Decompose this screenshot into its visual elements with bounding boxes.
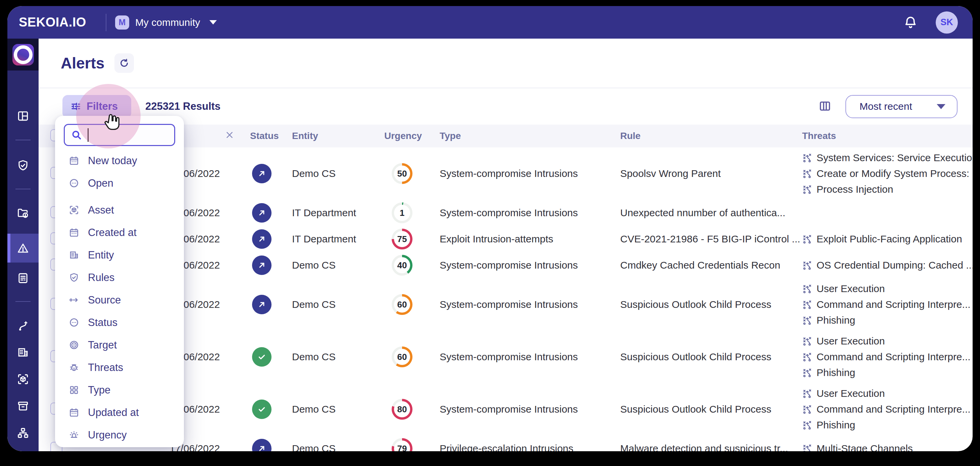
filter-menu-item-new-today[interactable]: New today <box>55 149 184 172</box>
filter-menu-item-asset[interactable]: Asset <box>55 199 184 221</box>
shield-check-icon <box>17 159 29 172</box>
cable-icon <box>17 320 29 332</box>
arrow-up-right-icon <box>257 260 266 270</box>
user-avatar[interactable]: SK <box>936 11 958 34</box>
search-icon <box>71 129 82 140</box>
filter-menu-item-status[interactable]: Status <box>55 311 184 334</box>
filter-menu-item-threats[interactable]: Threats <box>55 356 184 379</box>
threat-item[interactable]: Command and Scripting Interpre... <box>802 299 973 310</box>
filter-menu-item-urgency[interactable]: Urgency <box>55 424 184 446</box>
sidebar-item-intakes[interactable] <box>7 314 38 338</box>
arrow-up-right-icon <box>257 300 266 309</box>
sidebar-item-assets[interactable] <box>7 367 38 391</box>
alert-type: System-compromise Intrusions <box>440 404 620 415</box>
calendar-icon <box>69 155 79 166</box>
archive-icon <box>17 400 29 412</box>
sidebar-item-events[interactable] <box>7 266 38 290</box>
filter-menu-item-label: New today <box>88 155 137 167</box>
arrow-from-dot-icon <box>69 295 79 305</box>
urgency-badge: 79 <box>392 438 412 451</box>
siren-icon <box>69 430 79 440</box>
filter-menu-item-rules[interactable]: Rules <box>55 266 184 289</box>
column-header-threats: Threats <box>802 131 973 141</box>
threat-label: Create or Modify System Process: ... <box>816 168 973 179</box>
threat-item[interactable]: Process Injection <box>802 184 973 195</box>
status-badge-in-progress <box>252 229 272 249</box>
alert-triangle-icon <box>17 242 29 254</box>
threat-item[interactable]: Exploit Public-Facing Application <box>802 233 973 245</box>
urgency-badge: 1 <box>392 203 412 223</box>
columns-button[interactable] <box>819 100 831 113</box>
refresh-button[interactable] <box>115 53 134 73</box>
alert-rule: Suspicious Outlook Child Process <box>620 351 802 362</box>
arrow-up-right-icon <box>257 444 266 451</box>
urgency-value: 60 <box>394 349 410 365</box>
sort-select[interactable]: Most recent <box>845 95 958 118</box>
asset-cube-icon <box>17 373 29 385</box>
filter-menu-item-source[interactable]: Source <box>55 289 184 311</box>
threat-item[interactable]: Multi-Stage Channels <box>802 443 973 451</box>
filter-menu-item-entity[interactable]: Entity <box>55 244 184 266</box>
filter-menu-item-target[interactable]: Target <box>55 334 184 356</box>
threat-item[interactable]: System Services: Service Execution <box>802 152 973 163</box>
product-logo[interactable] <box>7 38 38 70</box>
filter-menu-item-label: Status <box>88 317 118 329</box>
alert-threats: User Execution Command and Scripting Int… <box>802 383 973 436</box>
threat-item[interactable]: Phishing <box>802 367 973 378</box>
calendar-icon <box>69 227 79 238</box>
sidebar-item-archives[interactable] <box>7 394 38 418</box>
urgency-value: 40 <box>394 257 410 273</box>
status-badge-in-progress <box>252 164 272 183</box>
threat-item[interactable]: User Execution <box>802 335 973 347</box>
sidebar-item-intelligence[interactable] <box>7 153 38 177</box>
chevron-down-icon <box>937 104 945 109</box>
alert-entity: Demo CS <box>292 443 384 451</box>
threat-route-icon <box>802 300 813 310</box>
column-header-urgency: Urgency <box>384 131 440 141</box>
threat-label: OS Credential Dumping: Cached ... <box>816 260 973 271</box>
sidebar-item-cases[interactable] <box>7 201 38 225</box>
close-icon[interactable] <box>225 130 234 140</box>
threat-item[interactable]: Phishing <box>802 419 973 431</box>
alert-type: System-compromise Intrusions <box>440 207 620 219</box>
community-avatar: M <box>115 16 129 30</box>
filter-menu-item-open[interactable]: Open <box>55 172 184 195</box>
alert-entity: Demo CS <box>292 299 384 310</box>
alert-entity: IT Department <box>292 233 384 245</box>
results-count: 225321 Results <box>145 101 221 112</box>
filter-menu-item-type[interactable]: Type <box>55 379 184 401</box>
filter-menu-item-updated-at[interactable]: Updated at <box>55 401 184 424</box>
alert-threats: OS Credential Dumping: Cached ... <box>802 255 973 276</box>
threat-item[interactable]: User Execution <box>802 283 973 294</box>
topbar-divider <box>106 14 107 31</box>
notifications-bell-icon[interactable] <box>903 15 918 30</box>
target-icon <box>69 340 79 350</box>
filter-search-box[interactable] <box>64 124 175 146</box>
threat-item[interactable]: Create or Modify System Process: ... <box>802 168 973 179</box>
alert-rule: Spoolsv Wrong Parent <box>620 168 802 179</box>
filters-button[interactable]: Filters <box>62 95 131 118</box>
sitemap-icon <box>17 427 29 439</box>
threat-item[interactable]: OS Credential Dumping: Cached ... <box>802 260 973 271</box>
threat-label: Command and Scripting Interpre... <box>816 404 970 415</box>
filter-search-input[interactable] <box>88 128 220 142</box>
threat-route-icon <box>802 315 813 326</box>
filter-menu-item-created-at[interactable]: Created at <box>55 221 184 244</box>
threat-item[interactable]: Command and Scripting Interpre... <box>802 404 973 415</box>
alert-threats: User Execution Command and Scripting Int… <box>802 331 973 383</box>
alert-rule: Suspicious Outlook Child Process <box>620 404 802 415</box>
sidebar-item-entities[interactable] <box>7 340 38 364</box>
sidebar-item-sitemap[interactable] <box>7 421 38 445</box>
threat-item[interactable]: Phishing <box>802 314 973 326</box>
threat-item[interactable]: User Execution <box>802 388 973 399</box>
urgency-value: 79 <box>394 440 410 451</box>
alert-threats: User Execution Command and Scripting Int… <box>802 278 973 331</box>
urgency-value: 75 <box>394 231 410 247</box>
community-switcher[interactable]: M My community <box>115 16 217 30</box>
threat-item[interactable]: Command and Scripting Interpre... <box>802 351 973 362</box>
sidebar-item-alerts[interactable] <box>7 234 38 263</box>
sidebar-item-dashboard[interactable] <box>7 104 38 128</box>
filter-menu-item-label: Created at <box>88 227 137 239</box>
filter-menu-item-label: Source <box>88 294 121 306</box>
filter-menu-item-label: Type <box>88 384 110 396</box>
